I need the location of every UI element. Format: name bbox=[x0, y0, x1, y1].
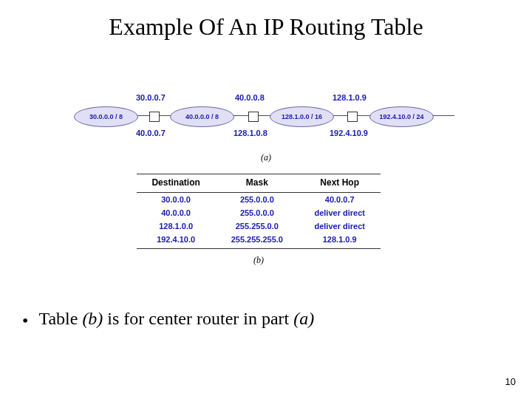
bullet-frag: Table bbox=[38, 309, 82, 328]
figure-b-caption: (b) bbox=[137, 249, 381, 266]
network-cloud-0: 30.0.0.0 / 8 bbox=[74, 106, 138, 127]
bullet-frag: is for center router in part bbox=[103, 309, 293, 328]
figure-a-topology: 30.0.0.0 / 8 40.0.0.0 / 8 128.1.0.0 / 16… bbox=[74, 96, 458, 155]
col-next-hop: Next Hop bbox=[299, 174, 381, 193]
network-cloud-2: 128.1.0.0 / 16 bbox=[270, 106, 334, 127]
network-label: 128.1.0.0 / 16 bbox=[282, 113, 322, 120]
router-2-bottom-ip: 192.4.10.9 bbox=[330, 129, 368, 137]
cell-mask: 255.255.255.0 bbox=[215, 233, 299, 249]
router-2-top-ip: 128.1.0.9 bbox=[332, 93, 366, 102]
figure-b-routing-table: Destination Mask Next Hop 30.0.0.0 255.0… bbox=[137, 174, 381, 266]
bullet-italic: (b) bbox=[82, 309, 103, 328]
slide: Example Of An IP Routing Table 30.0.0.0 … bbox=[0, 0, 532, 399]
network-label: 192.4.10.0 / 24 bbox=[379, 113, 423, 120]
cell-destination: 30.0.0.0 bbox=[137, 193, 215, 207]
routing-table: Destination Mask Next Hop 30.0.0.0 255.0… bbox=[137, 174, 381, 249]
bullet-icon: • bbox=[22, 309, 28, 330]
cell-next-hop: 128.1.0.9 bbox=[299, 233, 381, 249]
table-row: 30.0.0.0 255.0.0.0 40.0.0.7 bbox=[137, 193, 381, 207]
router-0-bottom-ip: 40.0.0.7 bbox=[136, 129, 166, 137]
table-header-row: Destination Mask Next Hop bbox=[137, 174, 381, 193]
bullet-italic: (a) bbox=[293, 309, 314, 328]
network-cloud-3: 192.4.10.0 / 24 bbox=[369, 106, 434, 127]
cell-mask: 255.0.0.0 bbox=[215, 193, 299, 207]
router-2-icon bbox=[347, 112, 358, 122]
router-1-bottom-ip: 128.1.0.8 bbox=[233, 129, 267, 137]
table-row: 40.0.0.0 255.0.0.0 deliver direct bbox=[137, 206, 381, 219]
network-label: 40.0.0.0 / 8 bbox=[185, 113, 219, 120]
cell-next-hop: 40.0.0.7 bbox=[299, 193, 381, 207]
bullet-text: Table (b) is for center router in part (… bbox=[38, 309, 314, 329]
col-destination: Destination bbox=[137, 174, 215, 193]
router-0-icon bbox=[149, 112, 160, 122]
bullet-line: • Table (b) is for center router in part… bbox=[22, 309, 314, 330]
slide-title: Example Of An IP Routing Table bbox=[0, 0, 532, 41]
cell-destination: 192.4.10.0 bbox=[137, 233, 215, 249]
table-row: 128.1.0.0 255.255.0.0 deliver direct bbox=[137, 219, 381, 233]
cell-mask: 255.255.0.0 bbox=[215, 219, 299, 233]
table-row: 192.4.10.0 255.255.255.0 128.1.0.9 bbox=[137, 233, 381, 249]
col-mask: Mask bbox=[215, 174, 299, 193]
cell-destination: 128.1.0.0 bbox=[137, 219, 215, 233]
router-0-top-ip: 30.0.0.7 bbox=[136, 93, 166, 102]
cell-next-hop: deliver direct bbox=[299, 206, 381, 219]
figure-a-caption: (a) bbox=[74, 152, 458, 163]
router-1-icon bbox=[248, 112, 259, 122]
network-label: 30.0.0.0 / 8 bbox=[89, 113, 123, 120]
cell-next-hop: deliver direct bbox=[299, 219, 381, 233]
network-cloud-1: 40.0.0.0 / 8 bbox=[170, 106, 234, 127]
router-1-top-ip: 40.0.0.8 bbox=[235, 93, 265, 102]
cell-destination: 40.0.0.0 bbox=[137, 206, 215, 219]
page-number: 10 bbox=[505, 376, 516, 387]
cell-mask: 255.0.0.0 bbox=[215, 206, 299, 219]
